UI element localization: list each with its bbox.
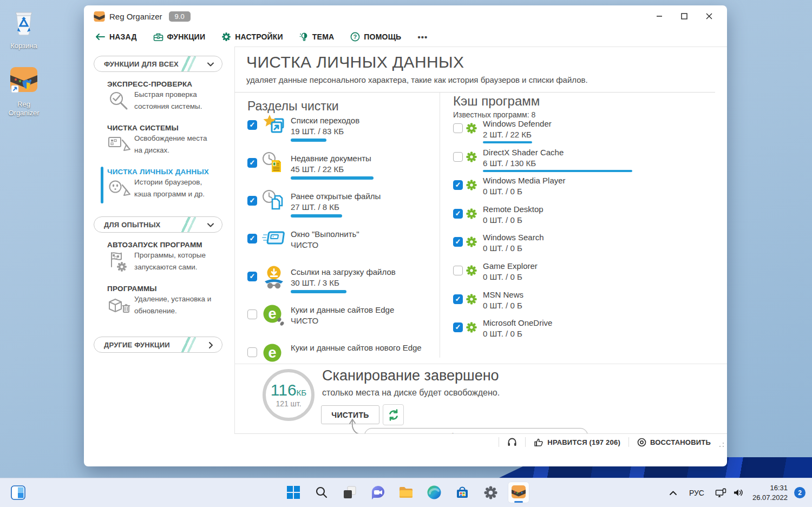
taskbar-edge-button[interactable] bbox=[423, 482, 445, 503]
edge-browser-icon bbox=[427, 485, 442, 500]
cache-checkbox[interactable] bbox=[453, 123, 463, 133]
cache-checkbox[interactable] bbox=[453, 322, 463, 332]
taskbar-chat-button[interactable] bbox=[367, 482, 389, 503]
taskbar-search-button[interactable] bbox=[311, 482, 332, 503]
size-bar bbox=[291, 214, 342, 218]
minimize-button[interactable] bbox=[647, 5, 672, 27]
version-badge: 9.0 bbox=[169, 11, 191, 22]
opened-files-icon bbox=[261, 189, 286, 213]
taskbar-store-button[interactable] bbox=[451, 482, 473, 503]
tooltip-arrow-icon bbox=[345, 417, 365, 436]
chevron-up-icon bbox=[669, 490, 677, 496]
sidebar-item-system-clean[interactable]: ЧИСТКА СИСТЕМЫ Освобождение места на дис… bbox=[84, 124, 234, 160]
restore-button[interactable]: ВОССТАНОВИТЬ bbox=[637, 438, 711, 447]
sidebar-item-express-check[interactable]: ЭКСПРЕСС-ПРОВЕРКА Быстрая проверка состо… bbox=[84, 80, 234, 116]
cache-row: Windows Search0 ШТ. / 0 Б bbox=[453, 233, 727, 261]
cache-checkbox[interactable] bbox=[453, 237, 463, 247]
scan-subtitle: столько места на диске будет освобождено… bbox=[322, 388, 500, 398]
gear-icon bbox=[466, 293, 477, 305]
section-checkbox[interactable] bbox=[247, 120, 257, 130]
close-button[interactable] bbox=[697, 5, 722, 27]
resize-grip[interactable] bbox=[718, 442, 725, 448]
scan-title: Сканирование завершено bbox=[322, 367, 499, 384]
like-button[interactable]: НРАВИТСЯ (197 206) bbox=[534, 438, 620, 447]
section-row: Окно "Выполнить" ЧИСТО bbox=[247, 227, 440, 265]
cache-checkbox[interactable] bbox=[453, 180, 463, 190]
menu-back[interactable]: НАЗАД bbox=[95, 32, 137, 41]
sidebar-item-autostart[interactable]: АВТОЗАПУСК ПРОГРАММ Программы, которые з… bbox=[84, 241, 234, 276]
gear-icon bbox=[466, 321, 477, 333]
section-checkbox[interactable] bbox=[247, 196, 257, 206]
cache-checkbox[interactable] bbox=[453, 266, 463, 275]
gear-icon bbox=[221, 32, 231, 42]
download-links-icon bbox=[261, 265, 286, 290]
sidebar-group-functions-for-all[interactable]: ФУНКЦИИ ДЛЯ ВСЕХ bbox=[94, 56, 222, 72]
cache-checkbox[interactable] bbox=[453, 209, 463, 219]
desktop: Корзина Reg Organizer Reg Organizer 9.0 bbox=[0, 0, 812, 507]
briefcase-icon bbox=[153, 32, 163, 42]
jumplists-icon bbox=[261, 114, 286, 137]
volume-icon[interactable] bbox=[733, 488, 744, 497]
sidebar-item-private-clean[interactable]: ЧИСТКА ЛИЧНЫХ ДАННЫХ Истории браузеров, … bbox=[84, 168, 234, 203]
reg-organizer-icon bbox=[510, 484, 527, 501]
chevron-down-icon bbox=[207, 221, 214, 229]
sidebar-group-advanced[interactable]: ДЛЯ ОПЫТНЫХ bbox=[94, 216, 222, 233]
back-arrow-icon bbox=[95, 33, 106, 41]
widgets-button[interactable] bbox=[11, 485, 25, 502]
desktop-icon-reg-organizer[interactable]: Reg Organizer bbox=[1, 66, 47, 118]
menu-theme[interactable]: ТЕМА bbox=[299, 32, 334, 42]
maximize-button[interactable] bbox=[672, 5, 697, 27]
cache-checkbox[interactable] bbox=[453, 294, 463, 304]
section-checkbox[interactable] bbox=[247, 347, 257, 357]
menu-more[interactable]: ••• bbox=[417, 32, 428, 42]
cache-checkbox[interactable] bbox=[453, 152, 463, 162]
taskbar-explorer-button[interactable] bbox=[395, 482, 417, 503]
menu-functions[interactable]: ФУНКЦИИ bbox=[153, 32, 206, 42]
section-row: Ссылки на загрузку файлов 30 ШТ. / 3 КБ bbox=[247, 265, 440, 303]
headphones-icon bbox=[507, 438, 517, 446]
language-indicator[interactable]: РУС bbox=[689, 489, 704, 497]
section-checkbox[interactable] bbox=[247, 234, 257, 243]
search-icon bbox=[315, 486, 328, 499]
taskbar-task-view-button[interactable] bbox=[339, 482, 361, 503]
desktop-icon-recycle-bin[interactable]: Корзина bbox=[1, 10, 47, 50]
sections-title: Разделы чистки bbox=[247, 99, 440, 114]
rescan-button[interactable] bbox=[383, 404, 404, 425]
gear-icon bbox=[466, 151, 477, 163]
section-checkbox[interactable] bbox=[247, 272, 257, 281]
notification-badge[interactable]: 2 bbox=[794, 487, 806, 498]
window-statusbar: НРАВИТСЯ (197 206) ВОССТАНОВИТЬ bbox=[234, 433, 727, 450]
size-bar bbox=[483, 141, 532, 143]
gear-icon bbox=[466, 208, 477, 220]
run-window-icon bbox=[261, 227, 286, 251]
svg-text:e: e bbox=[268, 306, 276, 322]
sidebar-item-programs[interactable]: ПРОГРАММЫ Удаление, установка и обновлен… bbox=[84, 285, 234, 320]
cleanup-sections-column: Разделы чистки Списки пе bbox=[234, 93, 440, 358]
section-checkbox[interactable] bbox=[247, 310, 257, 319]
taskbar-start-button[interactable] bbox=[283, 482, 304, 503]
taskbar-reg-organizer-button[interactable] bbox=[508, 482, 529, 503]
help-icon: ? bbox=[350, 32, 360, 42]
section-row: Недавние документы 45 ШТ. / 22 КБ bbox=[247, 152, 440, 189]
menu-settings[interactable]: НАСТРОЙКИ bbox=[221, 32, 283, 42]
cache-title: Кэш программ bbox=[453, 94, 727, 109]
feedback-button[interactable] bbox=[507, 438, 517, 446]
section-checkbox[interactable] bbox=[247, 158, 257, 168]
taskbar-settings-button[interactable] bbox=[480, 482, 501, 503]
desktop-icon-label: Reg Organizer bbox=[1, 100, 47, 118]
network-icon[interactable] bbox=[715, 488, 726, 498]
menu-help[interactable]: ? ПОМОЩЬ bbox=[350, 32, 401, 42]
size-bar bbox=[291, 290, 346, 293]
refresh-icon bbox=[387, 409, 400, 422]
sidebar: ФУНКЦИИ ДЛЯ ВСЕХ ЭКСПРЕСС-ПРОВЕРКА Б bbox=[84, 47, 235, 450]
tray-chevron-up[interactable] bbox=[669, 488, 677, 498]
divider bbox=[499, 437, 499, 447]
tray-time: 16:31 bbox=[752, 483, 788, 493]
chevron-right-icon bbox=[207, 341, 214, 349]
sidebar-group-other-functions[interactable]: ДРУГИЕ ФУНКЦИИ bbox=[94, 337, 222, 353]
settings-gear-icon bbox=[483, 485, 498, 500]
tray-date: 26.07.2022 bbox=[752, 493, 788, 503]
app-title: Reg Organizer bbox=[109, 12, 162, 21]
clock[interactable]: 16:31 26.07.2022 bbox=[752, 483, 788, 502]
divider bbox=[628, 437, 629, 447]
